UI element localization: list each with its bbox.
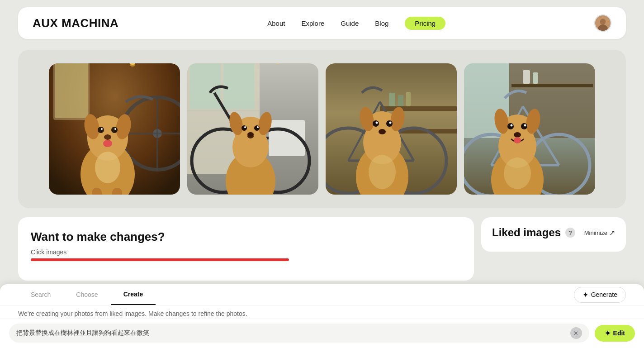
tab-search[interactable]: Search	[18, 285, 63, 305]
logo[interactable]: AUX MACHINA	[33, 16, 118, 30]
svg-point-46	[244, 126, 246, 128]
bottom-panel: Search Choose Create ✦ Generate We're cr…	[0, 284, 644, 323]
svg-point-97	[524, 124, 526, 127]
gallery-image-2[interactable]	[187, 63, 318, 195]
svg-point-70	[373, 120, 379, 127]
svg-rect-80	[523, 70, 530, 84]
svg-rect-56	[398, 95, 403, 106]
svg-point-49	[247, 132, 254, 137]
svg-point-95	[521, 123, 527, 129]
clear-input-button[interactable]: ✕	[570, 327, 582, 339]
svg-point-100	[504, 157, 531, 189]
bottom-tabs: Search Choose Create ✦ Generate	[0, 284, 644, 305]
edit-button[interactable]: ✦ Edit	[595, 325, 635, 342]
want-changes-text: Click images	[31, 248, 461, 261]
want-changes-card: Want to make changes? Click images	[18, 217, 474, 281]
svg-point-96	[511, 124, 513, 127]
progress-bar	[31, 258, 289, 261]
svg-point-23	[103, 140, 112, 147]
tab-create[interactable]: Create	[111, 284, 156, 305]
header-wrapper: AUX MACHINA About Explore Guide Blog Pri…	[0, 0, 644, 39]
input-field-container: 把背景替換成在樹林裡並且讓狗狗看起來在微笑 ✕	[9, 324, 589, 343]
svg-point-2	[598, 25, 607, 32]
nav-blog[interactable]: Blog	[375, 19, 388, 27]
nav: About Explore Guide Blog Pricing	[267, 17, 445, 30]
svg-rect-53	[380, 106, 457, 111]
svg-rect-30	[223, 63, 254, 109]
svg-rect-79	[511, 84, 593, 87]
liked-header: Liked images ? Minimize ↗	[492, 226, 615, 239]
svg-rect-5	[55, 63, 88, 118]
gallery-image-4[interactable]	[464, 63, 595, 195]
header: AUX MACHINA About Explore Guide Blog Pri…	[18, 7, 626, 39]
svg-point-99	[514, 137, 521, 143]
svg-point-26	[95, 152, 120, 183]
svg-point-73	[389, 122, 392, 124]
nav-guide[interactable]: Guide	[341, 19, 359, 27]
tab-choose[interactable]: Choose	[63, 285, 110, 305]
svg-rect-57	[406, 92, 411, 106]
input-text: 把背景替換成在樹林裡並且讓狗狗看起來在微笑	[16, 329, 566, 337]
gallery-image-3[interactable]	[326, 63, 457, 195]
liked-info-icon[interactable]: ?	[565, 228, 575, 238]
svg-point-94	[507, 123, 514, 129]
want-changes-title: Want to make changes?	[31, 230, 461, 244]
svg-point-44	[242, 125, 247, 131]
nav-explore[interactable]: Explore	[301, 19, 324, 27]
svg-point-19	[111, 127, 118, 133]
sparkle-icon: ✦	[582, 291, 588, 299]
svg-point-18	[98, 127, 104, 133]
svg-point-21	[114, 128, 116, 130]
gallery-section	[18, 50, 626, 208]
svg-point-1	[600, 19, 606, 25]
svg-rect-81	[533, 72, 538, 84]
svg-point-22	[104, 134, 111, 140]
svg-point-75	[369, 155, 396, 189]
svg-point-72	[376, 122, 378, 124]
svg-point-45	[254, 125, 260, 131]
svg-point-71	[386, 120, 393, 127]
liked-title: Liked images ?	[492, 226, 575, 239]
main-content	[0, 39, 644, 208]
svg-point-98	[514, 132, 521, 138]
gallery-image-1[interactable]	[49, 63, 180, 195]
svg-rect-55	[389, 93, 395, 106]
bottom-area: Want to make changes? Click images Liked…	[0, 208, 644, 281]
minimize-button[interactable]: Minimize ↗	[584, 229, 615, 237]
minimize-icon: ↗	[609, 229, 615, 237]
avatar[interactable]	[594, 14, 611, 32]
generate-button[interactable]: ✦ Generate	[574, 287, 626, 303]
liked-images-card: Liked images ? Minimize ↗	[481, 217, 626, 252]
edit-icon: ✦	[605, 329, 611, 338]
nav-about[interactable]: About	[267, 19, 285, 27]
svg-point-47	[257, 126, 259, 128]
svg-point-20	[101, 128, 103, 130]
nav-pricing[interactable]: Pricing	[405, 17, 445, 30]
input-bar: 把背景替換成在樹林裡並且讓狗狗看起來在微笑 ✕ ✦ Edit	[0, 319, 644, 348]
svg-point-74	[379, 129, 386, 134]
